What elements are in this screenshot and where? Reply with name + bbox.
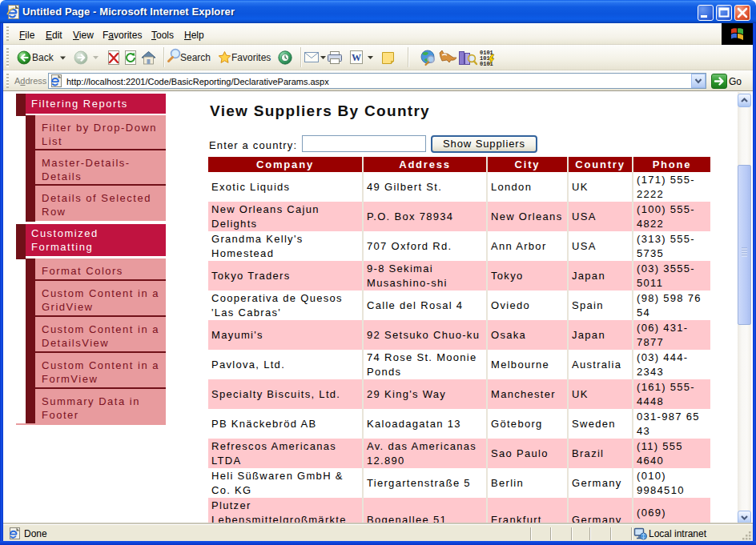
svg-text:W: W <box>352 52 361 63</box>
